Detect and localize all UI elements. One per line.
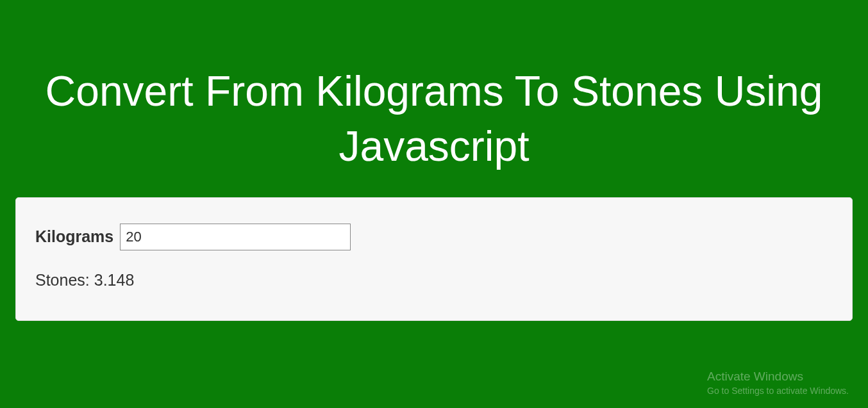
- kilograms-input[interactable]: [120, 224, 351, 250]
- windows-activation-watermark: Activate Windows Go to Settings to activ…: [707, 368, 849, 398]
- watermark-title: Activate Windows: [707, 368, 849, 386]
- page-title: Convert From Kilograms To Stones Using J…: [15, 0, 853, 197]
- watermark-subtitle: Go to Settings to activate Windows.: [707, 385, 849, 398]
- kilograms-label: Kilograms: [35, 227, 113, 246]
- result-text: Stones: 3.148: [35, 271, 833, 290]
- input-row: Kilograms: [35, 224, 833, 250]
- result-label: Stones:: [35, 271, 90, 289]
- result-value: 3.148: [94, 271, 135, 289]
- converter-card: Kilograms Stones: 3.148: [15, 197, 853, 321]
